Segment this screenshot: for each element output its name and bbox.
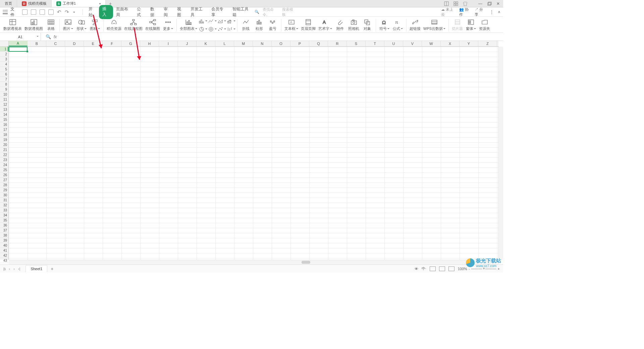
- view-page-icon[interactable]: [439, 266, 445, 271]
- picture-button[interactable]: 图片: [61, 19, 75, 31]
- chart-bar-icon[interactable]: [199, 17, 207, 25]
- row-header[interactable]: 15: [0, 117, 8, 122]
- col-header[interactable]: K: [197, 41, 215, 46]
- row-header[interactable]: 28: [0, 183, 8, 188]
- row-header[interactable]: 32: [0, 203, 8, 208]
- row-header[interactable]: 20: [0, 142, 8, 147]
- row-header[interactable]: 11: [0, 97, 8, 102]
- redo-button[interactable]: ↷: [65, 9, 69, 15]
- table-button[interactable]: 表格: [44, 19, 58, 31]
- row-header[interactable]: 42: [0, 253, 8, 258]
- col-header[interactable]: A: [9, 41, 28, 46]
- row-header[interactable]: 17: [0, 127, 8, 132]
- camera-button[interactable]: 照相机: [347, 19, 361, 31]
- symbol-button[interactable]: Ω符号: [378, 19, 391, 31]
- col-header[interactable]: G: [121, 41, 140, 46]
- online-mindmap-button[interactable]: 在线脑图: [144, 19, 161, 31]
- cloud-status[interactable]: ☁ 未上云: [441, 7, 456, 17]
- row-headers[interactable]: 1234567891011121314151617181920212223242…: [0, 47, 9, 260]
- row-header[interactable]: 37: [0, 228, 8, 233]
- print-icon[interactable]: [40, 9, 45, 15]
- row-header[interactable]: 14: [0, 112, 8, 117]
- col-header[interactable]: P: [290, 41, 309, 46]
- online-flowchart-button[interactable]: 在线流程图: [123, 19, 144, 31]
- col-header[interactable]: Y: [460, 41, 478, 46]
- minimize-button[interactable]: —: [478, 1, 482, 6]
- fx-icon[interactable]: fx: [54, 35, 57, 39]
- search-templates[interactable]: 搜索模板: [282, 7, 296, 17]
- row-header[interactable]: 31: [0, 198, 8, 203]
- pivot-chart-button[interactable]: 数据透视图: [23, 19, 44, 31]
- row-header[interactable]: 19: [0, 137, 8, 142]
- col-header[interactable]: M: [234, 41, 253, 46]
- row-header[interactable]: 4: [0, 62, 8, 67]
- row-header[interactable]: 13: [0, 107, 8, 112]
- row-header[interactable]: 22: [0, 152, 8, 157]
- sparkline-line-button[interactable]: 折线: [239, 19, 253, 31]
- select-all-corner[interactable]: [0, 41, 9, 47]
- equation-button[interactable]: π公式: [391, 19, 405, 31]
- close-button[interactable]: ✕: [496, 1, 500, 6]
- sparkline-winloss-button[interactable]: 盈亏: [266, 19, 279, 31]
- tab-template[interactable]: D找稻壳模板: [17, 0, 52, 7]
- reading-mode-icon[interactable]: 👁: [415, 267, 418, 271]
- horizontal-scrollbar[interactable]: [9, 260, 498, 264]
- chart-combo-icon[interactable]: [227, 17, 235, 25]
- shape-button[interactable]: 形状: [75, 19, 88, 31]
- col-header[interactable]: J: [178, 41, 197, 46]
- col-header[interactable]: O: [272, 41, 290, 46]
- export-icon[interactable]: [31, 9, 36, 15]
- apps-icon[interactable]: [453, 1, 458, 6]
- preview-icon[interactable]: [48, 9, 54, 15]
- row-header[interactable]: 6: [0, 72, 8, 77]
- chart-scatter-icon[interactable]: [217, 26, 226, 33]
- pivot-table-button[interactable]: 数据透视表: [2, 19, 23, 31]
- col-header[interactable]: L: [215, 41, 234, 46]
- col-header[interactable]: E: [84, 41, 103, 46]
- more-button[interactable]: 更多: [161, 19, 175, 31]
- row-header[interactable]: 27: [0, 178, 8, 183]
- docer-resource-button[interactable]: 稻壳资源: [105, 19, 123, 31]
- fill-handle[interactable]: [26, 51, 28, 52]
- wordart-button[interactable]: A艺术字: [317, 19, 333, 31]
- row-header[interactable]: 9: [0, 87, 8, 92]
- row-header[interactable]: 38: [0, 233, 8, 238]
- menu-tab-2[interactable]: 页面布局: [113, 5, 134, 19]
- chart-line-icon[interactable]: [208, 17, 217, 25]
- all-charts-button[interactable]: 全部图表: [178, 19, 199, 31]
- row-header[interactable]: 43: [0, 258, 8, 263]
- row-header[interactable]: 33: [0, 208, 8, 213]
- file-menu[interactable]: 文件: [10, 6, 18, 18]
- col-header[interactable]: Z: [478, 41, 497, 46]
- col-header[interactable]: W: [422, 41, 441, 46]
- save-icon[interactable]: [22, 9, 28, 15]
- object-button[interactable]: 对象: [361, 19, 374, 31]
- row-header[interactable]: 21: [0, 147, 8, 152]
- row-header[interactable]: 7: [0, 77, 8, 82]
- search-icon[interactable]: 🔍: [255, 10, 259, 14]
- form-button[interactable]: 窗体: [464, 19, 478, 31]
- row-header[interactable]: 41: [0, 248, 8, 253]
- collab-button[interactable]: 👥 协作: [459, 7, 472, 17]
- collapse-ribbon-icon[interactable]: ∧: [498, 10, 500, 14]
- row-header[interactable]: 18: [0, 132, 8, 137]
- menu-tab-8[interactable]: 会员专享: [208, 5, 229, 19]
- search-icon[interactable]: 🔍: [46, 34, 51, 39]
- sheet-tab[interactable]: Sheet1: [25, 265, 47, 272]
- more-menu[interactable]: ⋮: [489, 9, 494, 15]
- row-header[interactable]: 24: [0, 162, 8, 167]
- menu-tab-1[interactable]: 插入: [99, 5, 113, 19]
- row-header[interactable]: 35: [0, 218, 8, 223]
- col-header[interactable]: S: [347, 41, 366, 46]
- col-header[interactable]: H: [140, 41, 159, 46]
- icon-button[interactable]: 图标: [88, 19, 102, 31]
- qat-dropdown[interactable]: [72, 10, 75, 14]
- add-sheet-button[interactable]: +: [47, 266, 57, 271]
- row-header[interactable]: 25: [0, 167, 8, 172]
- col-header[interactable]: F: [103, 41, 121, 46]
- col-header[interactable]: N: [253, 41, 272, 46]
- col-header[interactable]: V: [403, 41, 422, 46]
- header-footer-button[interactable]: 页眉页脚: [300, 19, 317, 31]
- active-cell[interactable]: [9, 47, 28, 52]
- row-header[interactable]: 23: [0, 157, 8, 162]
